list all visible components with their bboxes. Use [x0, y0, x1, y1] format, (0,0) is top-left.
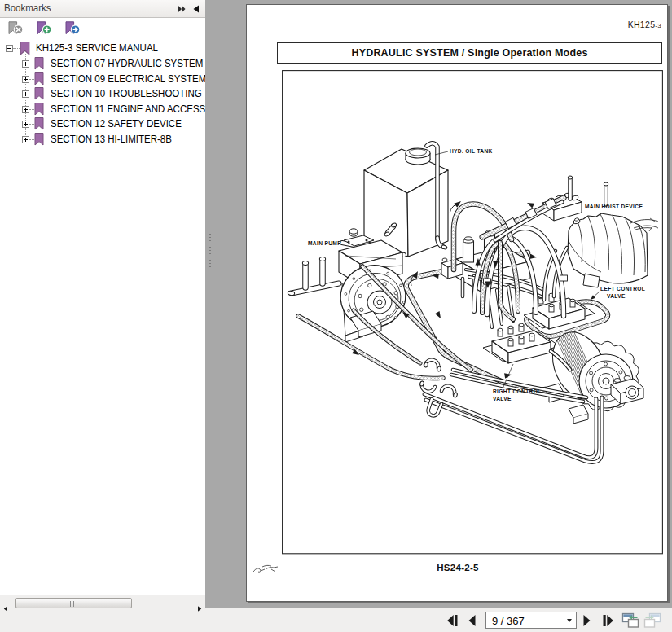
status-bar: 9 / 367 — [205, 608, 672, 632]
next-view-button[interactable] — [643, 612, 662, 628]
page-title: HYDRAULIC SYSTEM / Single Operation Mode… — [278, 47, 661, 59]
plus-glyph — [25, 77, 26, 81]
bookmarks-tree: KH125-3 SERVICE MANUALSECTION 07 HYDRAUL… — [0, 41, 205, 148]
bookmark-label[interactable]: KH125-3 SERVICE MANUAL — [36, 42, 158, 54]
previous-view-button[interactable] — [621, 612, 640, 628]
page-title-box: HYDRAULIC SYSTEM / Single Operation Mode… — [277, 42, 662, 64]
plus-glyph — [25, 108, 26, 112]
bookmarks-toolbar — [0, 19, 205, 40]
first-page-icon — [446, 612, 459, 629]
scrollbar-grip — [70, 601, 78, 607]
bookmarks-hscrollbar[interactable] — [0, 595, 205, 632]
scroll-right-arrow[interactable] — [195, 601, 203, 608]
page-number-field[interactable]: 9 / 367 — [485, 612, 577, 629]
expand-toggle[interactable] — [22, 60, 29, 68]
bookmark-icon — [34, 103, 44, 116]
new-bookmark-button[interactable] — [35, 21, 53, 37]
plus-glyph — [25, 92, 26, 96]
plus-glyph — [25, 138, 26, 142]
triangle-left-icon — [191, 3, 202, 15]
page-corner-code: KH125-3 — [628, 20, 661, 29]
page-corner-code-suffix: -3 — [655, 22, 661, 29]
panel-splitter[interactable] — [209, 234, 211, 270]
next-page-button[interactable] — [581, 612, 592, 629]
previous-view-icon — [621, 612, 640, 630]
bookmark-icon — [34, 57, 44, 70]
bookmark-badge-icon — [7, 21, 24, 37]
bookmark-icon — [34, 72, 44, 86]
next-page-icon — [581, 612, 592, 629]
bookmarks-panel-title: Bookmarks — [4, 2, 51, 14]
bookmark-icon — [34, 117, 44, 130]
bookmark-icon — [20, 42, 30, 55]
page-dropdown-arrow[interactable] — [567, 619, 572, 622]
document-canvas: KH125-3 HYDRAULIC SYSTEM / Single Operat… — [205, 0, 672, 608]
next-view-icon — [643, 612, 662, 630]
first-page-button[interactable] — [446, 612, 459, 629]
handwritten-mark — [252, 562, 279, 577]
bookmark-label[interactable]: SECTION 07 HYDRAULIC SYSTEM — [51, 58, 203, 69]
tree-connector-line — [13, 48, 20, 49]
diagram-label: MAIN HOIST DEVICE — [585, 204, 643, 209]
diagram-label: HYD. OIL TANK — [450, 148, 493, 154]
diagram-label: VALVE — [493, 396, 512, 402]
bookmark-label[interactable]: SECTION 09 ELECTRICAL SYSTEM — [51, 73, 205, 85]
pdf-page: KH125-3 HYDRAULIC SYSTEM / Single Operat… — [246, 4, 668, 602]
plus-glyph — [25, 62, 26, 66]
bookmark-icon — [34, 133, 44, 146]
minus-glyph — [7, 48, 11, 49]
bookmark-badge-icon — [35, 21, 53, 37]
diagram-label: LEFT CONTROL — [600, 286, 645, 292]
scroll-left-arrow[interactable] — [2, 601, 10, 608]
last-page-button[interactable] — [601, 612, 616, 629]
page-corner-code-main: KH125 — [628, 20, 656, 29]
bookmark-icon — [34, 87, 44, 100]
bookmark-label[interactable]: SECTION 13 HI-LIMITER-8B — [51, 134, 172, 145]
collapse-panel-button[interactable] — [191, 3, 202, 15]
diagram-label: MAIN PUMP — [308, 240, 341, 246]
plus-glyph — [25, 122, 26, 126]
bookmark-label[interactable]: SECTION 12 SAFETY DEVICE — [51, 118, 182, 129]
expand-toggle[interactable] — [22, 90, 29, 98]
page-number-value: 9 / 367 — [492, 615, 525, 627]
scrollbar-track[interactable] — [11, 598, 194, 608]
expand-toggle[interactable] — [22, 106, 29, 113]
bookmarks-panel: Bookmarks KH125-3 SERVICE MANUALSECTION … — [0, 0, 205, 609]
pdf-viewer-app: Bookmarks KH125-3 SERVICE MANUALSECTION … — [0, 0, 672, 632]
figure-code: HS24-2-5 — [247, 563, 669, 573]
previous-page-icon — [467, 612, 478, 629]
last-page-icon — [601, 612, 616, 629]
expand-toggle[interactable] — [22, 136, 29, 143]
diagram-label: RIGHT CONTROL — [493, 388, 542, 394]
expand-toggle[interactable] — [22, 76, 29, 83]
hydraulic-diagram: HYD. OIL TANKMAIN PUMPMAIN HOIST DEVICEL… — [282, 70, 663, 555]
collapse-toggle[interactable] — [6, 45, 13, 52]
scrollbar-thumb[interactable] — [15, 598, 132, 608]
expand-toggle[interactable] — [22, 121, 29, 128]
expand-panels-button[interactable] — [176, 3, 187, 15]
triangle-right-icon — [195, 605, 203, 612]
bookmark-label[interactable]: SECTION 11 ENGINE AND ACCESS — [51, 103, 205, 115]
bookmarks-header: Bookmarks — [0, 0, 205, 18]
triangle-left-icon — [2, 605, 10, 612]
diagram-label: VALVE — [607, 293, 626, 299]
bookmark-badge-icon — [64, 21, 81, 37]
previous-page-button[interactable] — [467, 612, 478, 629]
double-chevron-right-icon — [176, 3, 187, 15]
bookmark-label[interactable]: SECTION 10 TROUBLESHOOTING — [51, 88, 202, 99]
goto-bookmark-button[interactable] — [64, 21, 81, 37]
delete-bookmark-button[interactable] — [7, 21, 24, 37]
